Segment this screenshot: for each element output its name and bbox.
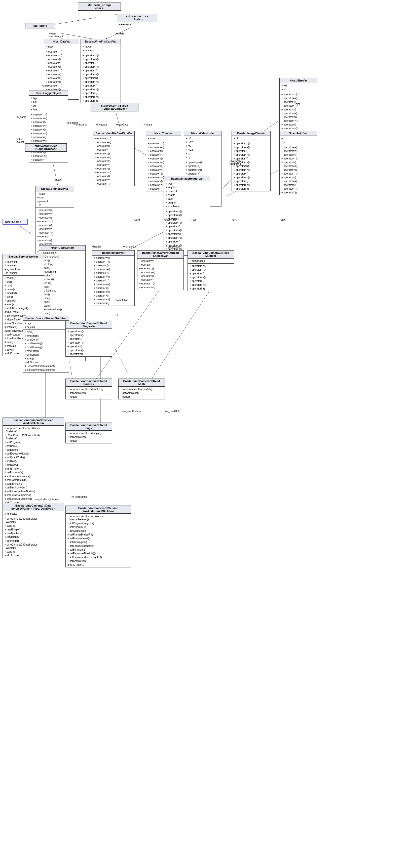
item-wm-op2: + operator<()	[185, 164, 220, 168]
item-sws-cmdwarning2: + cmdWarning()	[24, 345, 68, 349]
item-wd: + wd	[281, 84, 316, 88]
item-dv-op5: + operator>()	[46, 65, 78, 69]
diagram-container: std::basic_string<char > std::string std…	[0, 0, 409, 868]
item-wm-op4: + operator>()	[185, 172, 220, 176]
label-mdata2: +mdata	[143, 123, 152, 126]
box-basda-vinocameractlread-endless: Basda::VinoCameraCtlReadEndless + VinoCa…	[65, 378, 112, 399]
box-title-nice-datevar: Nice::DateVar	[44, 39, 79, 44]
item-cv-op8: + operator==()	[37, 235, 73, 239]
label-overscan: +overscan+bounding	[229, 160, 241, 165]
item-sws-mcmd: # m_cmd	[24, 325, 68, 329]
item-iv-op13: + operator!=()	[93, 301, 133, 305]
box-basda-vinofitscardboxvar: Basda::VinoFitsCardBoxVar + operator==()…	[93, 131, 135, 186]
item-rsv-op1: + operator==()	[67, 330, 111, 333]
item-mtype: + mtype	[82, 45, 119, 49]
item-tid: + tid	[30, 104, 66, 107]
item-dsw-getimage: + getImage()	[4, 539, 63, 543]
item-pv-op6: + operator>=()	[281, 164, 316, 168]
box-title-vinocameractlservice-workerinternalskeleton: Basda::VinoCameraCtlServiceWorkerlnterna…	[66, 506, 130, 514]
item-rs-ctor: + VinoCameraCtlReadSingle()	[67, 431, 111, 435]
item-bsw-cfg: + cfg()	[4, 280, 42, 284]
box-title-vinocameractlread-multivar: Basda::VinoCameraCtlReadMultiVar	[188, 250, 234, 258]
item-nsec: + nsec	[46, 45, 78, 49]
item-wis-setprogrambridgefn: + setProgramBridgeFn()	[67, 521, 129, 525]
label-m-name: +m_name	[15, 116, 26, 119]
item-pid: + pid	[30, 100, 66, 104]
item-wis-setexposuretimeinit2: + setExposureTimelnit()()	[67, 552, 129, 555]
nice-shared-title: Nice::Shared	[5, 220, 25, 223]
item-vfc-op11: + operator>()	[82, 91, 119, 95]
item-ihv-op9: + operator<()	[165, 240, 209, 244]
item-bsw-name: + name()	[4, 287, 42, 291]
item-ht: + ht	[281, 88, 316, 91]
item-sws-ctor: # ServiceWorkerSkeleton()	[24, 364, 68, 368]
item-vfcb-op8: + operator==()	[95, 163, 133, 167]
item-ihv-op4: + operator<=()	[165, 221, 209, 225]
item-vfcb-op12: + operator>=()	[95, 178, 133, 182]
svg-line-3	[58, 33, 93, 39]
item-nc-and72: and 72 more...	[40, 289, 84, 292]
item-bsw-run: + run()	[4, 284, 42, 287]
item-vfc-op4: + operator<=()	[82, 65, 119, 69]
box-title-nice-wmatrixvar: Nice::WMatrixVar	[184, 131, 221, 136]
label-completion3: +completion	[115, 299, 128, 302]
item-cv-cmd: + cmd	[37, 196, 73, 199]
item-rev-op5: + operator>()	[139, 274, 182, 278]
item-pv-op7: + operator!=()	[281, 168, 316, 172]
item-rev-op1: + operator==()	[139, 259, 182, 263]
item-cv-percent: + percent	[37, 199, 73, 203]
item-nc-exec: + exec()	[40, 285, 84, 289]
label-m-readsingle: +m_readSingle	[70, 496, 88, 498]
item-rs-node: + node()	[67, 439, 111, 443]
item-dv-op1: + operator==()	[46, 50, 78, 54]
item-iv-op7: + operator!=()	[93, 279, 133, 282]
item-vsws-setname: + setName()	[4, 444, 63, 448]
item-iv-op5: + operator>()	[93, 271, 133, 275]
item-wis-setblinnninginit: + setBlinnngInit()	[67, 548, 129, 552]
item-wis-setframerbridgefn: + setFramerBridgeFn()	[67, 533, 129, 536]
item-sv-op8: + operator==()	[281, 119, 316, 123]
item-cv-op3: + operator<()	[37, 216, 73, 220]
item-rev-op4: + operator<=()	[139, 270, 182, 274]
item-vsws-setbias: + setBias()	[4, 459, 63, 463]
item-sv-op5: + operator>()	[281, 107, 316, 112]
item-sv-op1: + operator==()	[281, 93, 316, 96]
item-vsws-setprogram: + setProgram()	[4, 440, 63, 444]
item-sv-op2: + operator==()	[281, 96, 316, 100]
item-iv-op4: + operator<=()	[93, 267, 133, 271]
box-nice-loggerobject: Nice::LoggerObject + type + pid + tid + …	[29, 91, 68, 162]
item-vsws-setquantmode: + setQuantMode()	[4, 456, 63, 459]
item-wm-op3: + operator<=()	[185, 168, 220, 172]
label-size: +size	[294, 103, 300, 105]
item-dv-op3: + operator<()	[46, 57, 78, 61]
item-cv-op7: + operator!=()	[37, 231, 73, 235]
item-pv-yp: + yp	[281, 141, 316, 144]
box-basda-vinocameractlservice-workerskeleton: Basda::VinoCameraCtlServiceWorkerSkeleto…	[2, 417, 64, 505]
item-vfc-op8: + operator==()	[82, 80, 119, 84]
item-id-op3: + operator<()	[233, 149, 269, 153]
item-rev-op7: + operator!=()	[139, 282, 182, 285]
item-pv-op3: + operator<()	[281, 153, 316, 157]
item-ihv-chanid: + chanId	[165, 193, 209, 197]
item-vfc-op12: + operator>=()	[82, 95, 119, 99]
item-tv-nsec: + nsec	[147, 136, 180, 141]
box-title-std-vector-ice: std::vector< ::Ice::Style >	[117, 14, 157, 22]
item-nc-setstop: + setStop()	[40, 262, 84, 266]
label-card: +card	[134, 218, 140, 221]
item-ihv-seqnum: + seqNum	[165, 186, 209, 189]
box-nice-shared: Nice::Shared	[2, 219, 28, 225]
item-rmv-op2: + operator==()	[189, 268, 233, 272]
item-dv-op4: + operator<=()	[46, 61, 78, 65]
item-iv-op3: + operator<()	[93, 264, 133, 267]
item-cv-op6: + operator>=()	[37, 227, 73, 231]
item-vsws-setprogram2: # setProgram()()	[4, 471, 63, 474]
item-pv-op10: + operator<=()	[281, 179, 316, 183]
box-title-basda-serviceworkerskeleton: Basda::ServiceWorkerSkeleton	[23, 316, 69, 321]
item-bsw-mconfig: # m_config	[4, 260, 42, 264]
item-nc-destructor: + ~Completion()	[40, 255, 84, 258]
box-title-basda-vinofitscardboxvar: Basda::VinoFitsCardBoxVar	[93, 131, 135, 136]
box-std-string: std::string	[25, 23, 55, 28]
item-id-op4: + operator<=()	[233, 153, 269, 157]
item-dsw-start2: + start()()	[4, 550, 63, 554]
item-vfcb-op6: + operator>=()	[95, 155, 133, 159]
